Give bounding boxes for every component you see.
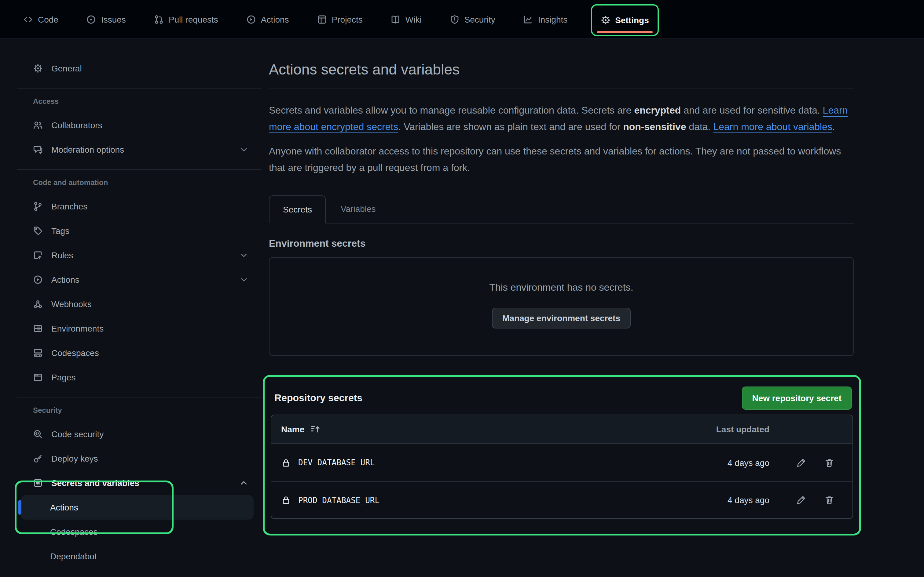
- title-divider: [269, 89, 854, 89]
- sidebar-section-access: Access: [16, 96, 263, 107]
- play-circle-icon: [33, 275, 43, 285]
- description-text: data.: [686, 121, 713, 132]
- row-actions: [769, 495, 843, 505]
- sidebar-item-label: Deploy keys: [51, 454, 98, 463]
- webhook-icon: [33, 299, 43, 309]
- secret-row-prod-database-url: PROD_DATABASE_URL 4 days ago: [271, 481, 853, 518]
- sidebar-item-general[interactable]: General: [16, 56, 263, 81]
- row-actions: [769, 458, 843, 467]
- description-text: Secrets and variables allow you to manag…: [269, 105, 634, 115]
- new-repository-secret-button[interactable]: New repository secret: [741, 387, 852, 410]
- sidebar-item-label: Dependabot: [50, 551, 97, 561]
- sidebar-item-label: Actions: [50, 503, 78, 512]
- sidebar-item-moderation-options[interactable]: Moderation options: [16, 137, 263, 162]
- manage-environment-secrets-button[interactable]: Manage environment secrets: [492, 308, 631, 329]
- sidebar-item-pages[interactable]: Pages: [16, 365, 263, 390]
- sidebar-item-label: Branches: [51, 201, 87, 211]
- sidebar-item-deploy-keys[interactable]: Deploy keys: [16, 446, 263, 471]
- sidebar-section-code-and-automation: Code and automation: [16, 177, 263, 188]
- secret-last-updated: 4 days ago: [672, 495, 769, 505]
- graph-icon: [523, 15, 533, 24]
- git-pull-request-icon: [154, 15, 164, 24]
- sidebar-divider: [17, 169, 262, 170]
- sidebar-section-security: Security: [16, 405, 263, 416]
- chevron-up-icon: [239, 479, 248, 487]
- chevron-down-icon: [239, 145, 248, 154]
- pencil-icon: [796, 495, 806, 505]
- nav-tab-settings-active[interactable]: Settings: [591, 4, 659, 36]
- book-icon: [391, 15, 401, 24]
- nav-tab-label: Wiki: [405, 15, 422, 24]
- sidebar-subitem-dependabot[interactable]: Dependabot: [16, 544, 263, 569]
- server-icon: [33, 324, 43, 334]
- link-learn-more-variables[interactable]: Learn more about variables: [713, 121, 832, 132]
- sidebar-subitem-actions-active[interactable]: Actions: [21, 495, 254, 520]
- sidebar-item-label: Pages: [51, 372, 76, 382]
- sidebar-item-label: Codespaces: [51, 348, 99, 358]
- code-icon: [23, 15, 33, 24]
- edit-secret-button[interactable]: [796, 458, 806, 467]
- sidebar-item-rules[interactable]: Rules: [16, 243, 263, 268]
- column-header-name[interactable]: Name: [281, 424, 672, 434]
- nav-tab-insights[interactable]: Insights: [519, 0, 573, 39]
- sort-ascending-icon: [310, 424, 320, 434]
- annotation-box-repository-secrets: Repository secrets New repository secret…: [263, 375, 861, 535]
- sidebar-item-webhooks[interactable]: Webhooks: [16, 292, 263, 316]
- tab-variables[interactable]: Variables: [326, 195, 391, 223]
- shield-icon: [450, 15, 460, 24]
- sidebar-item-code-security[interactable]: Code security: [16, 422, 263, 446]
- sidebar-item-secrets-and-variables[interactable]: Secrets and variables: [16, 471, 263, 495]
- nav-tab-issues[interactable]: Issues: [82, 0, 131, 39]
- nav-tab-wiki[interactable]: Wiki: [386, 0, 426, 39]
- gear-icon: [33, 63, 43, 73]
- nav-tab-actions[interactable]: Actions: [241, 0, 294, 39]
- nav-tab-label: Code: [38, 15, 58, 24]
- rules-icon: [33, 250, 43, 260]
- page-title: Actions secrets and variables: [269, 61, 854, 78]
- active-tab-underline: [597, 31, 653, 33]
- edit-secret-button[interactable]: [796, 495, 806, 505]
- sidebar-item-collaborators[interactable]: Collaborators: [16, 113, 263, 137]
- projects-table-icon: [317, 15, 327, 24]
- description-text: .: [832, 121, 835, 132]
- secret-name: DEV_DATABASE_URL: [298, 458, 375, 467]
- sidebar-item-tags[interactable]: Tags: [16, 219, 263, 243]
- table-header-row: Name Last updated: [271, 415, 853, 444]
- sidebar-subitem-codespaces[interactable]: Codespaces: [16, 520, 263, 544]
- pencil-icon: [796, 458, 806, 467]
- key-icon: [33, 454, 43, 463]
- people-icon: [33, 120, 43, 130]
- sidebar-divider: [17, 88, 262, 89]
- nav-tab-projects[interactable]: Projects: [312, 0, 368, 39]
- secret-name: PROD_DATABASE_URL: [298, 495, 380, 504]
- nav-tab-security[interactable]: Security: [445, 0, 500, 39]
- secret-row-dev-database-url: DEV_DATABASE_URL 4 days ago: [271, 444, 853, 481]
- collaborator-access-note: Anyone with collaborator access to this …: [269, 143, 854, 176]
- secret-name-cell: PROD_DATABASE_URL: [281, 495, 672, 505]
- codespaces-icon: [33, 348, 43, 358]
- description-bold-non-sensitive: non-sensitive: [623, 121, 686, 132]
- nav-tab-pull-requests[interactable]: Pull requests: [149, 0, 223, 39]
- description-text: and are used for sensitive data.: [681, 105, 822, 115]
- settings-content: Actions secrets and variables Secrets an…: [263, 39, 924, 577]
- description-bold-encrypted: encrypted: [634, 105, 681, 115]
- sidebar-item-environments[interactable]: Environments: [16, 316, 263, 341]
- delete-secret-button[interactable]: [824, 495, 834, 505]
- tab-secrets-active[interactable]: Secrets: [269, 195, 326, 224]
- sidebar-item-label: Secrets and variables: [51, 478, 139, 488]
- sidebar-item-actions[interactable]: Actions: [16, 268, 263, 292]
- settings-sidebar: General Access Collaborators Moderation …: [0, 39, 263, 577]
- sidebar-item-label: Collaborators: [51, 120, 102, 130]
- play-circle-icon: [246, 15, 256, 24]
- nav-tab-code[interactable]: Code: [18, 0, 63, 39]
- repository-secrets-heading: Repository secrets: [275, 393, 362, 404]
- nav-tab-label: Actions: [261, 15, 289, 24]
- delete-secret-button[interactable]: [824, 458, 834, 467]
- sidebar-item-codespaces[interactable]: Codespaces: [16, 341, 263, 365]
- trash-icon: [824, 458, 834, 467]
- sidebar-item-branches[interactable]: Branches: [16, 194, 263, 219]
- sidebar-item-label: Moderation options: [51, 145, 124, 155]
- nav-tab-label: Settings: [615, 15, 649, 25]
- description-text: . Variables are shown as plain text and …: [398, 121, 623, 132]
- sidebar-item-label: Rules: [51, 250, 73, 260]
